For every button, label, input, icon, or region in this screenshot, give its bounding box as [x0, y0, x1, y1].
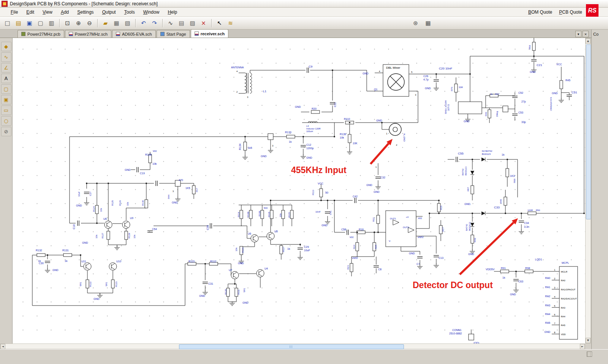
app-icon — [2, 1, 8, 7]
ic-body — [458, 102, 482, 114]
schematic-file-icon — [195, 32, 199, 36]
palette-ellipse-tool[interactable]: ○ — [1, 116, 11, 126]
palette-wire-tool[interactable]: ∿ — [1, 52, 11, 62]
toolbar-print-button[interactable]: ▥ — [46, 18, 57, 28]
palette-rectangle-tool[interactable]: ▭ — [1, 106, 11, 115]
tab-start-page[interactable]: Start Page — [157, 30, 190, 38]
junction-dot — [507, 159, 508, 160]
schematic-label: 10k — [235, 247, 238, 251]
toolbar-select-mode-button[interactable]: ↖ — [214, 18, 225, 28]
schematic-label: C58 — [341, 228, 346, 231]
menu-output[interactable]: Output — [102, 9, 116, 15]
schematic-label: R117 — [282, 246, 285, 252]
scroll-up-arrow[interactable]: ▲ — [586, 38, 591, 44]
schematic-label: MCLR — [561, 271, 568, 273]
schematic-label: 1k5 — [248, 147, 252, 149]
schematic-label: GND — [306, 156, 312, 159]
tab-ad605-eva-sch[interactable]: AD605-EVA.sch — [112, 30, 156, 38]
toolbar-zoom-in-button[interactable]: ⊕ — [73, 18, 84, 28]
palette-text-tool[interactable]: A — [1, 74, 11, 83]
schematic-label: R23 — [347, 265, 349, 269]
toolbar-save-button[interactable]: ▣ — [24, 18, 35, 28]
menu-view[interactable]: View — [43, 9, 52, 15]
ic-body — [559, 266, 578, 339]
schematic-label: RA0 — [545, 277, 550, 279]
schematic-label: R17 — [442, 227, 444, 232]
tab-receiver-sch[interactable]: receiver.sch — [191, 29, 229, 38]
palette-select-tool[interactable]: ◆ — [1, 42, 11, 51]
docked-panel-label: Co — [593, 32, 598, 36]
schematic-label: 5 — [554, 305, 556, 307]
menu-file[interactable]: File — [11, 9, 18, 15]
schematic-label: DBL Mixer — [386, 66, 400, 69]
toolbar-colors-button[interactable]: ▰ — [100, 18, 111, 28]
scroll-left-arrow[interactable]: ◄ — [0, 344, 5, 349]
palette-sheet-symbol-tool[interactable]: ▢ — [1, 84, 11, 94]
menu-pcb-quote[interactable]: PCB Quote — [559, 9, 582, 15]
toolbar-new-sheet-button[interactable]: ▢ — [35, 18, 46, 28]
toolbar-undo-button[interactable]: ↶ — [138, 18, 149, 28]
toolbar-open-button[interactable]: ▤ — [13, 18, 24, 28]
schematic-label: R87 — [467, 187, 469, 191]
schematic-label: C31 — [208, 282, 213, 285]
menu-settings[interactable]: Settings — [77, 9, 93, 15]
toolbar-delete-button[interactable]: × — [198, 18, 209, 28]
schematic-label: C32 — [380, 176, 385, 179]
transistor — [122, 221, 130, 228]
tab-list-button[interactable]: ▾ — [575, 31, 581, 37]
schematic-label: R116 — [242, 247, 244, 253]
toolbar-new-button[interactable]: □ — [2, 18, 13, 28]
menu-window[interactable]: Window — [143, 9, 160, 15]
schematic-label: GND — [321, 224, 328, 227]
menu-help[interactable]: Help — [168, 9, 177, 15]
schematic-label: C12 — [306, 143, 311, 146]
menu-add[interactable]: Add — [61, 9, 69, 15]
tab-power27mhz-pcb[interactable]: Power27MHz.pcb — [17, 30, 64, 38]
palette-component-tool[interactable]: ▣ — [1, 95, 11, 104]
toolbar-redo-button[interactable]: ↷ — [149, 18, 160, 28]
schematic-label: R16 — [359, 228, 364, 231]
schematic-label: R25 — [375, 244, 377, 249]
horizontal-scroll-thumb[interactable] — [179, 344, 404, 349]
docked-panel-collapsed[interactable]: Co — [591, 30, 608, 349]
junction-dot — [381, 122, 383, 123]
toolbar-library-button[interactable]: ▧ — [122, 18, 133, 28]
schematic-label: GND — [425, 87, 431, 90]
vertical-scrollbar[interactable]: ▲ ▼ — [585, 38, 591, 344]
toolbar-measure-button[interactable]: ∿ — [165, 18, 176, 28]
toolbar-separator — [162, 19, 163, 27]
toolbar-pcb-wizard-button[interactable]: ▦ — [423, 18, 433, 28]
tab-close-button[interactable]: × — [583, 31, 589, 37]
menu-edit[interactable]: Edit — [26, 9, 34, 15]
resistor — [488, 110, 491, 118]
palette-polyline-tool[interactable]: ∠ — [1, 63, 11, 72]
schematic-label: GND — [468, 253, 474, 255]
schematic-label: R59 — [529, 45, 531, 49]
palette-no-connect-tool[interactable]: ⊘ — [1, 127, 11, 136]
schematic-label: L3 — [306, 125, 309, 127]
menu-tools[interactable]: Tools — [124, 9, 135, 15]
toolbar-copy-button[interactable]: ▤ — [176, 18, 187, 28]
toolbar-add-schematic-wire-button[interactable]: ≋ — [225, 18, 236, 28]
schematic-label: 3 — [247, 96, 249, 98]
schematic-label: GND — [295, 106, 301, 108]
toolbar-design-rule-check-button[interactable]: ⊛ — [410, 18, 421, 28]
toolbar-grid-button[interactable]: ▦ — [111, 18, 122, 28]
schematic-label: U10 — [116, 260, 121, 263]
horizontal-scrollbar[interactable]: ◄ ► — [0, 344, 585, 349]
toolbar-zoom-fit-button[interactable]: ⊡ — [62, 18, 73, 28]
schematic-label: 3 — [554, 287, 556, 289]
schematic-label: 7 — [554, 322, 556, 325]
toolbar-paste-button[interactable]: ▨ — [187, 18, 198, 28]
schematic-canvas[interactable]: C9ANTENNA423L1DBL MixerGND4Q153C264.7pC2… — [13, 38, 585, 344]
scroll-right-arrow[interactable]: ► — [580, 344, 585, 349]
menu-bom-quote[interactable]: BOM Quote — [528, 9, 552, 15]
toolbar-zoom-out-button[interactable]: ⊖ — [84, 18, 95, 28]
scroll-down-arrow[interactable]: ▼ — [586, 338, 591, 343]
junction-dot — [472, 159, 473, 160]
junction-dot — [332, 69, 333, 71]
schematic-label: C26 — [423, 75, 428, 77]
tab-power27mhz-sch[interactable]: Power27MHz.sch — [65, 30, 111, 38]
vertical-scroll-thumb[interactable] — [586, 44, 591, 219]
schematic-label: 2510-6882 — [449, 332, 462, 335]
